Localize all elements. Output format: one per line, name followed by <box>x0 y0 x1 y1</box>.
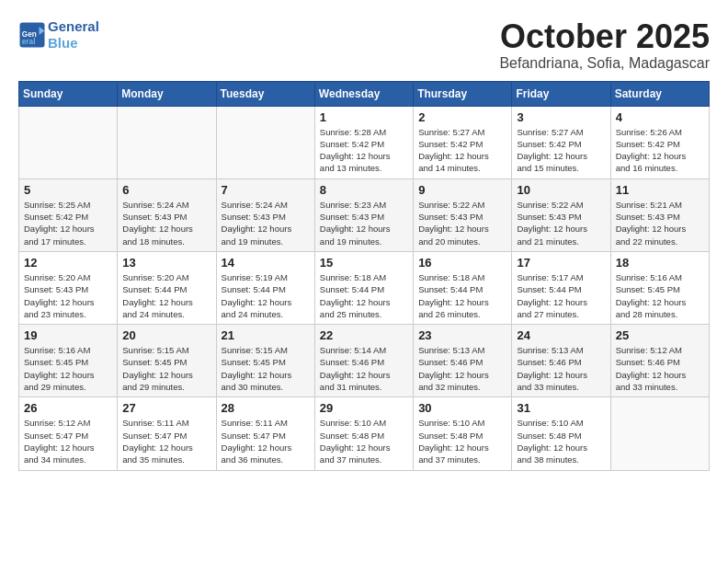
day-info: Sunrise: 5:11 AMSunset: 5:47 PMDaylight:… <box>122 417 210 465</box>
calendar-cell: 20Sunrise: 5:15 AMSunset: 5:45 PMDayligh… <box>118 325 216 397</box>
logo-text-general: General <box>48 18 99 35</box>
day-number: 28 <box>222 401 310 415</box>
day-info: Sunrise: 5:26 AMSunset: 5:42 PMDaylight:… <box>616 126 704 175</box>
day-number: 27 <box>122 401 210 415</box>
calendar-cell: 22Sunrise: 5:14 AMSunset: 5:46 PMDayligh… <box>314 325 413 397</box>
day-info: Sunrise: 5:12 AMSunset: 5:46 PMDaylight:… <box>616 344 704 393</box>
title-section: October 2025 Befandriana, Sofia, Madagas… <box>499 18 710 72</box>
day-number: 25 <box>616 328 704 342</box>
day-info: Sunrise: 5:27 AMSunset: 5:42 PMDaylight:… <box>418 126 506 175</box>
day-info: Sunrise: 5:10 AMSunset: 5:48 PMDaylight:… <box>517 417 605 465</box>
day-info: Sunrise: 5:16 AMSunset: 5:45 PMDaylight:… <box>24 344 112 393</box>
logo: Gen eral General Blue <box>18 18 99 52</box>
day-info: Sunrise: 5:10 AMSunset: 5:48 PMDaylight:… <box>320 417 408 465</box>
day-info: Sunrise: 5:25 AMSunset: 5:42 PMDaylight:… <box>24 199 112 247</box>
day-info: Sunrise: 5:17 AMSunset: 5:44 PMDaylight:… <box>517 271 605 320</box>
calendar-cell: 13Sunrise: 5:20 AMSunset: 5:44 PMDayligh… <box>118 251 216 324</box>
calendar-cell: 29Sunrise: 5:10 AMSunset: 5:48 PMDayligh… <box>314 397 413 470</box>
day-info: Sunrise: 5:13 AMSunset: 5:46 PMDaylight:… <box>418 344 506 393</box>
day-number: 10 <box>517 183 605 197</box>
calendar-cell: 9Sunrise: 5:22 AMSunset: 5:43 PMDaylight… <box>414 178 512 251</box>
day-info: Sunrise: 5:15 AMSunset: 5:45 PMDaylight:… <box>122 344 210 393</box>
day-number: 15 <box>320 256 408 270</box>
day-info: Sunrise: 5:21 AMSunset: 5:43 PMDaylight:… <box>616 199 704 247</box>
day-number: 18 <box>616 256 704 270</box>
calendar-cell: 11Sunrise: 5:21 AMSunset: 5:43 PMDayligh… <box>610 178 709 251</box>
day-number: 30 <box>418 401 506 415</box>
calendar-table: Sunday Monday Tuesday Wednesday Thursday… <box>18 81 710 471</box>
day-info: Sunrise: 5:11 AMSunset: 5:47 PMDaylight:… <box>222 417 310 465</box>
calendar-week-row-1: 1Sunrise: 5:28 AMSunset: 5:42 PMDaylight… <box>19 106 710 178</box>
calendar-cell: 16Sunrise: 5:18 AMSunset: 5:44 PMDayligh… <box>414 251 512 324</box>
day-info: Sunrise: 5:28 AMSunset: 5:42 PMDaylight:… <box>320 126 408 175</box>
calendar-week-row-4: 19Sunrise: 5:16 AMSunset: 5:45 PMDayligh… <box>19 325 710 397</box>
calendar-cell: 30Sunrise: 5:10 AMSunset: 5:48 PMDayligh… <box>414 397 512 470</box>
day-info: Sunrise: 5:24 AMSunset: 5:43 PMDaylight:… <box>122 199 210 247</box>
day-number: 7 <box>222 183 310 197</box>
calendar-cell: 3Sunrise: 5:27 AMSunset: 5:42 PMDaylight… <box>512 106 610 178</box>
col-wednesday: Wednesday <box>314 81 413 106</box>
calendar-cell: 25Sunrise: 5:12 AMSunset: 5:46 PMDayligh… <box>610 325 709 397</box>
calendar-cell: 1Sunrise: 5:28 AMSunset: 5:42 PMDaylight… <box>314 106 413 178</box>
day-number: 31 <box>517 401 605 415</box>
calendar-page: Gen eral General Blue October 2025 Befan… <box>0 0 728 485</box>
day-number: 23 <box>418 328 506 342</box>
day-number: 5 <box>24 183 112 197</box>
day-info: Sunrise: 5:14 AMSunset: 5:46 PMDaylight:… <box>320 344 408 393</box>
calendar-cell: 24Sunrise: 5:13 AMSunset: 5:46 PMDayligh… <box>512 325 610 397</box>
day-number: 16 <box>418 256 506 270</box>
calendar-cell: 21Sunrise: 5:15 AMSunset: 5:45 PMDayligh… <box>216 325 314 397</box>
day-info: Sunrise: 5:10 AMSunset: 5:48 PMDaylight:… <box>418 417 506 465</box>
day-info: Sunrise: 5:27 AMSunset: 5:42 PMDaylight:… <box>517 126 605 175</box>
day-number: 2 <box>418 110 506 124</box>
calendar-cell: 2Sunrise: 5:27 AMSunset: 5:42 PMDaylight… <box>414 106 512 178</box>
calendar-cell <box>216 106 314 178</box>
col-tuesday: Tuesday <box>216 81 314 106</box>
day-number: 12 <box>24 256 112 270</box>
svg-text:eral: eral <box>22 38 36 46</box>
day-number: 4 <box>616 110 704 124</box>
header: Gen eral General Blue October 2025 Befan… <box>18 18 710 72</box>
calendar-cell: 17Sunrise: 5:17 AMSunset: 5:44 PMDayligh… <box>512 251 610 324</box>
calendar-cell <box>19 106 118 178</box>
day-info: Sunrise: 5:24 AMSunset: 5:43 PMDaylight:… <box>222 199 310 247</box>
day-info: Sunrise: 5:20 AMSunset: 5:43 PMDaylight:… <box>24 271 112 320</box>
day-info: Sunrise: 5:16 AMSunset: 5:45 PMDaylight:… <box>616 271 704 320</box>
day-number: 29 <box>320 401 408 415</box>
day-number: 26 <box>24 401 112 415</box>
calendar-cell: 7Sunrise: 5:24 AMSunset: 5:43 PMDaylight… <box>216 178 314 251</box>
col-thursday: Thursday <box>414 81 512 106</box>
day-info: Sunrise: 5:12 AMSunset: 5:47 PMDaylight:… <box>24 417 112 465</box>
day-number: 1 <box>320 110 408 124</box>
logo-text-blue: Blue <box>48 35 99 52</box>
day-number: 14 <box>222 256 310 270</box>
calendar-week-row-2: 5Sunrise: 5:25 AMSunset: 5:42 PMDaylight… <box>19 178 710 251</box>
day-number: 3 <box>517 110 605 124</box>
calendar-cell <box>610 397 709 470</box>
calendar-week-row-3: 12Sunrise: 5:20 AMSunset: 5:43 PMDayligh… <box>19 251 710 324</box>
calendar-cell: 31Sunrise: 5:10 AMSunset: 5:48 PMDayligh… <box>512 397 610 470</box>
day-number: 13 <box>122 256 210 270</box>
calendar-cell: 4Sunrise: 5:26 AMSunset: 5:42 PMDaylight… <box>610 106 709 178</box>
day-number: 17 <box>517 256 605 270</box>
calendar-cell: 5Sunrise: 5:25 AMSunset: 5:42 PMDaylight… <box>19 178 118 251</box>
calendar-cell: 6Sunrise: 5:24 AMSunset: 5:43 PMDaylight… <box>118 178 216 251</box>
calendar-cell: 27Sunrise: 5:11 AMSunset: 5:47 PMDayligh… <box>118 397 216 470</box>
calendar-cell <box>118 106 216 178</box>
day-number: 19 <box>24 328 112 342</box>
day-info: Sunrise: 5:23 AMSunset: 5:43 PMDaylight:… <box>320 199 408 247</box>
logo-icon: Gen eral <box>18 21 46 49</box>
day-info: Sunrise: 5:19 AMSunset: 5:44 PMDaylight:… <box>222 271 310 320</box>
calendar-cell: 28Sunrise: 5:11 AMSunset: 5:47 PMDayligh… <box>216 397 314 470</box>
day-number: 24 <box>517 328 605 342</box>
col-saturday: Saturday <box>610 81 709 106</box>
col-friday: Friday <box>512 81 610 106</box>
calendar-cell: 12Sunrise: 5:20 AMSunset: 5:43 PMDayligh… <box>19 251 118 324</box>
location-subtitle: Befandriana, Sofia, Madagascar <box>499 55 710 72</box>
day-number: 11 <box>616 183 704 197</box>
day-info: Sunrise: 5:20 AMSunset: 5:44 PMDaylight:… <box>122 271 210 320</box>
calendar-cell: 10Sunrise: 5:22 AMSunset: 5:43 PMDayligh… <box>512 178 610 251</box>
calendar-cell: 14Sunrise: 5:19 AMSunset: 5:44 PMDayligh… <box>216 251 314 324</box>
calendar-header-row: Sunday Monday Tuesday Wednesday Thursday… <box>19 81 710 106</box>
col-sunday: Sunday <box>19 81 118 106</box>
